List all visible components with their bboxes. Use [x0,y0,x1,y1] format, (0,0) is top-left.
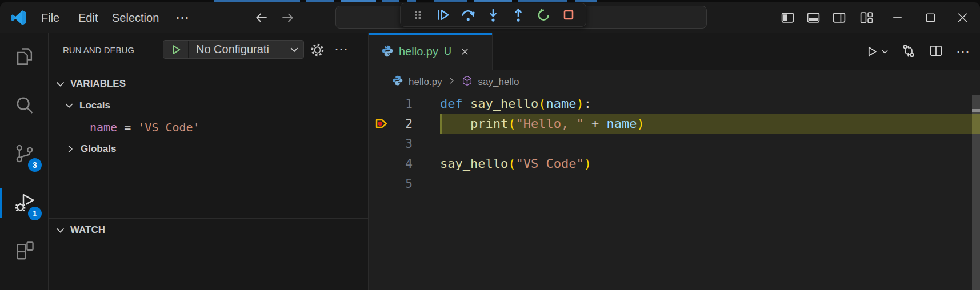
debug-continue-icon[interactable] [431,5,454,25]
open-changes-icon[interactable] [901,43,916,61]
variables-section-header[interactable]: VARIABLES [49,73,368,95]
code-text: def say_hello(name): [413,96,591,111]
debug-toolbar [400,3,586,27]
vscode-window: File Edit Selection ⋯ [0,0,980,290]
variables-label: VARIABLES [70,78,126,90]
titlebar: File Edit Selection ⋯ [0,2,980,33]
locals-scope-row[interactable]: Locals [49,95,368,116]
tab-bar: hello.py U [369,33,980,70]
watch-section-header[interactable]: WATCH [49,219,368,241]
globals-scope-row[interactable]: Globals [49,138,368,160]
chevron-down-icon [881,48,889,55]
debug-settings-gear-icon[interactable] [310,42,325,60]
locals-label: Locals [79,100,110,111]
breakpoint-gutter[interactable] [369,154,394,174]
tab-hello-py[interactable]: hello.py U [369,33,493,70]
run-python-file-button[interactable] [865,45,889,59]
code-text: print("Hello, " + name) [413,116,645,131]
code-line-4: 4say_hello("VS Code") [369,154,980,174]
globals-label: Globals [81,143,116,155]
nav-forward-icon[interactable] [280,10,295,25]
search-icon [14,94,35,118]
activitybar-explorer[interactable] [0,33,49,82]
breadcrumb-file[interactable]: hello.py [409,76,442,88]
activitybar-run-and-debug[interactable]: 1 [0,179,49,227]
overview-ruler-current-line [972,114,980,134]
watch-label: WATCH [70,224,105,236]
python-file-icon [392,75,403,89]
split-editor-icon[interactable] [929,43,943,61]
code-editor[interactable]: 1def say_hello(name):2 print("Hello, " +… [369,94,980,290]
symbol-cube-icon [461,75,473,90]
active-tab-indicator [369,33,492,35]
code-line-1: 1def say_hello(name): [369,94,980,114]
vscode-logo-icon [11,10,26,25]
variable-name: name [90,120,117,134]
toggle-primary-sidebar-icon[interactable] [781,10,795,25]
chevron-right-icon [447,76,456,88]
activitybar-source-control[interactable]: 3 [0,130,49,179]
chevron-right-icon [66,144,75,154]
debug-config-dropdown[interactable]: No Configurati [163,40,304,59]
breakpoint-gutter[interactable] [369,114,394,134]
start-debug-icon[interactable] [163,41,189,58]
sidebar-more-actions[interactable]: ⋯ [334,41,348,57]
editor-more-actions[interactable]: ⋯ [956,44,970,60]
python-file-icon [381,45,394,59]
code-line-3: 3 [369,134,980,154]
code-line-2: 2 print("Hello, " + name) [369,114,980,134]
debug-config-label: No Configurati [189,43,290,56]
breakpoint-gutter[interactable] [369,134,394,154]
extensions-icon [14,240,35,264]
debug-stop-icon[interactable] [557,5,580,25]
menu-edit[interactable]: Edit [78,11,98,24]
explorer-icon [14,46,35,70]
breadcrumb-symbol[interactable]: say_hello [478,76,519,88]
minimize-button[interactable] [890,10,905,25]
breakpoint-gutter[interactable] [369,94,394,114]
menu-selection[interactable]: Selection [112,11,159,24]
line-number: 4 [394,157,413,171]
variable-row[interactable]: name = 'VS Code' [49,116,368,138]
menu-file[interactable]: File [41,11,59,24]
menu-more-button[interactable]: ⋯ [175,10,189,26]
activitybar-extensions[interactable] [0,227,49,276]
line-number: 5 [394,177,413,191]
sidebar-title: RUN AND DEBUG [63,45,134,55]
toggle-panel-icon[interactable] [806,10,821,25]
run-debug-sidebar: RUN AND DEBUG No Configurati ⋯ VARIABLES [49,33,369,290]
activity-bar: 3 1 [0,33,49,290]
toggle-secondary-sidebar-icon[interactable] [832,10,846,25]
overview-ruler-mark [972,109,980,112]
breadcrumbs: hello.py say_hello [369,70,980,94]
source-control-badge: 3 [28,158,42,172]
debug-step-out-icon[interactable] [507,5,530,25]
debug-toolbar-drag-handle[interactable] [406,5,429,25]
customize-layout-icon[interactable] [859,10,874,25]
active-view-indicator [0,188,2,218]
code-lines: 1def say_hello(name):2 print("Hello, " +… [369,94,980,194]
tab-close-icon[interactable] [460,47,470,57]
chevron-down-icon [55,225,65,235]
line-number: 2 [394,117,413,131]
debug-badge: 1 [28,207,42,220]
tab-git-status: U [444,46,451,58]
chevron-down-icon [290,45,303,54]
maximize-button[interactable] [923,10,938,25]
debug-step-into-icon[interactable] [482,5,505,25]
chevron-down-icon [55,79,65,89]
close-button[interactable] [955,10,970,25]
nav-back-icon[interactable] [254,10,269,25]
debug-step-over-icon[interactable] [457,5,479,25]
breakpoint-gutter[interactable] [369,174,394,194]
debug-restart-icon[interactable] [532,5,555,25]
line-number: 3 [394,137,413,151]
line-number: 1 [394,97,413,111]
code-line-5: 5 [369,174,980,194]
activitybar-search[interactable] [0,82,49,130]
tab-filename: hello.py [399,45,438,58]
variable-equals: = [117,120,138,134]
editor-group: hello.py U [369,33,980,290]
variable-value: 'VS Code' [138,120,199,134]
code-text: say_hello("VS Code") [413,156,591,171]
